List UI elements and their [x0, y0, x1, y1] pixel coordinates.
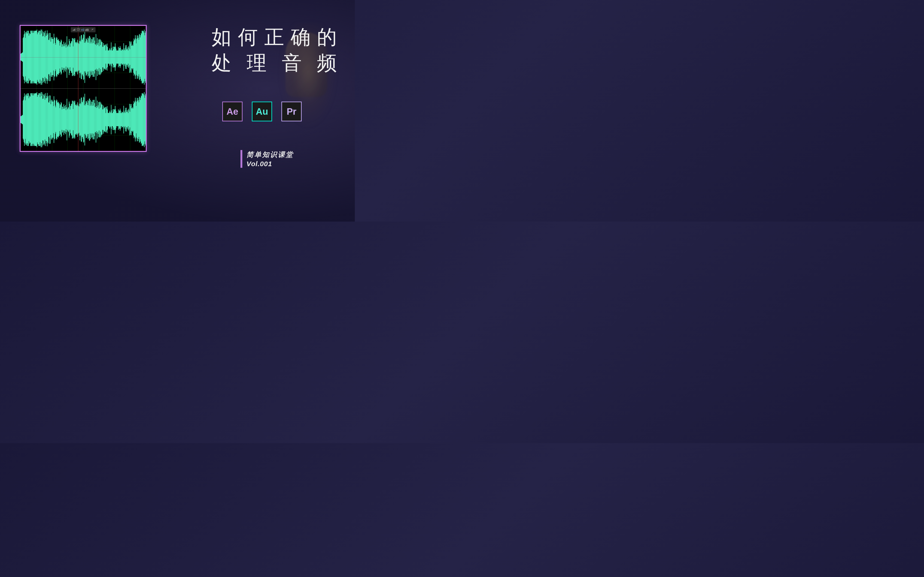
waveform-toolbar: +0 dB — [71, 27, 95, 32]
volume-bars-icon[interactable] — [73, 28, 76, 31]
main-title: 如何正确的 处理音频 — [212, 24, 341, 76]
premiere-icon[interactable]: Pr — [281, 102, 302, 121]
audition-icon[interactable]: Au — [252, 102, 272, 121]
subtitle-line-2: Vol.001 — [247, 160, 294, 168]
title-line-2: 处理音频 — [212, 50, 341, 76]
waveform-panel: /*generated bars below*/ +0 dB — [19, 25, 147, 152]
svg-rect-559 — [145, 94, 146, 146]
subtitle-block: 简单知识课堂 Vol.001 — [241, 150, 294, 168]
waveform-inner: /*generated bars below*/ +0 dB — [21, 26, 146, 151]
channel-center-line — [21, 57, 146, 58]
db-unit: dB — [85, 28, 89, 32]
title-line-1: 如何正确的 — [212, 24, 341, 50]
clock-icon[interactable] — [77, 28, 80, 32]
db-value[interactable]: +0 — [81, 28, 84, 32]
playhead-line[interactable] — [78, 26, 78, 151]
waveform-channel-bottom — [21, 92, 146, 147]
accent-bar — [241, 150, 242, 168]
subtitle-text: 简单知识课堂 Vol.001 — [247, 150, 294, 168]
subtitle-line-1: 简单知识课堂 — [247, 150, 294, 160]
svg-rect-560 — [73, 30, 73, 31]
after-effects-icon[interactable]: Ae — [222, 102, 242, 121]
svg-rect-561 — [73, 29, 74, 31]
svg-rect-562 — [74, 29, 74, 31]
svg-rect-563 — [75, 29, 75, 31]
pin-icon[interactable] — [91, 28, 94, 31]
adobe-icons-row: Ae Au Pr — [222, 102, 302, 121]
